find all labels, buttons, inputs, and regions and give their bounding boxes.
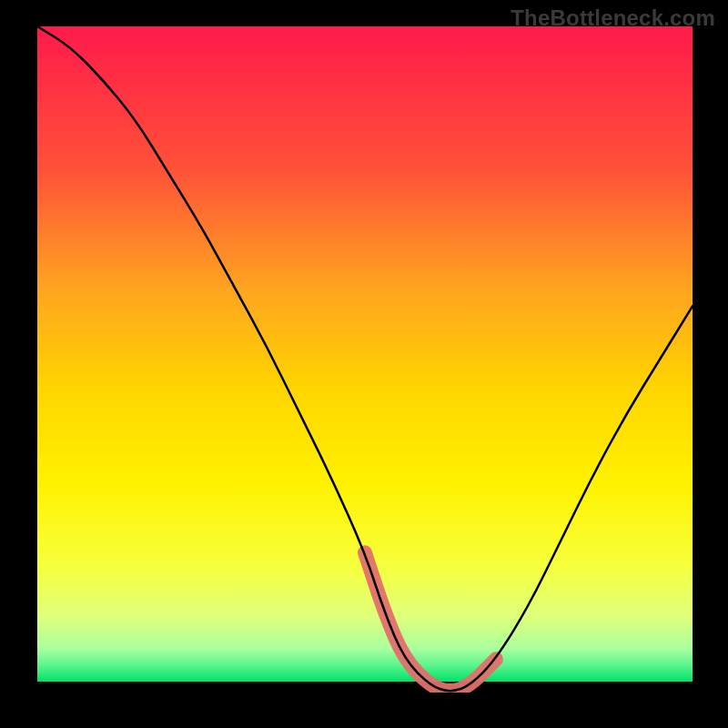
watermark-text: TheBottleneck.com [511, 5, 715, 31]
chart-frame: TheBottleneck.com [0, 0, 728, 728]
bottleneck-curve [37, 26, 693, 693]
plot-area [37, 26, 693, 693]
